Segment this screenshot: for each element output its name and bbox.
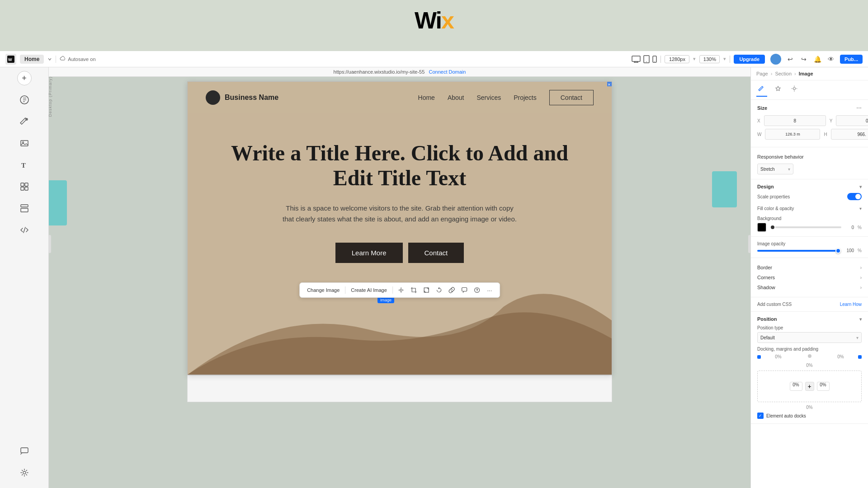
docking-right-dot: [858, 355, 862, 359]
position-chevron[interactable]: ▾: [859, 317, 862, 322]
add-element-button[interactable]: +: [17, 71, 32, 85]
notifications-icon[interactable]: 🔔: [813, 55, 822, 64]
toolbar-crop-icon[interactable]: [409, 286, 418, 295]
toolbar-center: 1280px ▾ 130% ▾ Upgrade: [632, 55, 765, 64]
w-label: W: [757, 132, 761, 137]
components-icon[interactable]: [14, 177, 34, 197]
wix-logo-small[interactable]: W: [5, 54, 16, 65]
scale-toggle[interactable]: [847, 193, 862, 200]
border-label: Border: [757, 265, 772, 270]
shadow-row[interactable]: Shadow ›: [757, 282, 862, 292]
change-image-button[interactable]: Change Image: [305, 286, 341, 294]
desktop-icon[interactable]: [632, 56, 641, 63]
zoom-percent[interactable]: 130%: [699, 55, 720, 63]
custom-css-label: Add custom CSS: [757, 302, 792, 307]
brand-logo[interactable]: [206, 90, 220, 105]
resize-handle-left[interactable]: [48, 235, 51, 253]
margin-left[interactable]: 0%: [790, 382, 802, 391]
text-icon[interactable]: T: [14, 155, 34, 175]
redo-icon[interactable]: ↪: [799, 55, 808, 64]
size-more[interactable]: ···: [856, 104, 862, 112]
svg-rect-18: [21, 183, 24, 186]
size-title: Size ···: [757, 104, 862, 112]
chat-icon[interactable]: [14, 441, 34, 461]
create-ai-image-button[interactable]: Create AI Image: [349, 286, 389, 294]
border-row[interactable]: Border ›: [757, 263, 862, 272]
responsive-select[interactable]: Stretch ▾: [757, 164, 793, 174]
upgrade-button[interactable]: Upgrade: [734, 55, 765, 64]
margin-add[interactable]: +: [805, 382, 814, 391]
custom-css-row: Add custom CSS Learn How: [757, 302, 862, 307]
bg-label: Background: [757, 216, 862, 221]
breadcrumb-page: Page: [756, 71, 768, 76]
bottom-section-inner: [188, 375, 612, 402]
y-label: Y: [830, 118, 833, 123]
undo-icon[interactable]: ↩: [786, 55, 795, 64]
nav-links: Home About Services Projects Contact: [418, 90, 594, 105]
tablet-icon[interactable]: [643, 55, 650, 63]
corner-icon: ✕: [603, 82, 612, 91]
opacity-handle[interactable]: [770, 225, 775, 230]
business-name[interactable]: Business Name: [225, 94, 278, 102]
toolbar-more-icon[interactable]: ···: [485, 286, 494, 295]
svg-point-29: [400, 289, 402, 291]
margin-right[interactable]: 0%: [817, 382, 830, 391]
w-input[interactable]: [765, 129, 820, 140]
border-chevron: ›: [860, 265, 862, 270]
mobile-icon[interactable]: [652, 56, 657, 63]
panel-tab-settings[interactable]: [789, 83, 800, 97]
svg-rect-21: [25, 187, 28, 190]
sections-icon[interactable]: [14, 198, 34, 218]
h-label: H: [824, 132, 827, 137]
image-opacity-value: 100: [844, 248, 854, 253]
fill-color-row[interactable]: Fill color & opacity ▾: [757, 204, 862, 213]
home-tab[interactable]: Home: [20, 55, 44, 64]
nav-home[interactable]: Home: [418, 94, 435, 101]
nav-projects[interactable]: Projects: [514, 94, 537, 101]
responsive-row[interactable]: Responsive behavior: [757, 152, 862, 162]
docking-left-dot: [757, 355, 761, 359]
resize-handle-right[interactable]: [748, 235, 751, 253]
user-avatar[interactable]: [770, 54, 781, 65]
docking-center-dot[interactable]: [808, 354, 811, 358]
learn-how-link[interactable]: Learn How: [840, 302, 862, 307]
nav-about[interactable]: About: [448, 94, 464, 101]
panel-tab-animate[interactable]: [773, 83, 783, 97]
wh-row: W H: [757, 129, 862, 140]
y-input[interactable]: [836, 115, 868, 126]
design-title: Design ▾: [757, 184, 862, 189]
hero-title[interactable]: Write a Title Here. Click to Add and Edi…: [224, 141, 576, 190]
nav-contact-button[interactable]: Contact: [549, 90, 594, 105]
toolbar-help-icon[interactable]: [472, 286, 481, 295]
fill-chevron: ▾: [859, 206, 862, 211]
corners-row[interactable]: Corners ›: [757, 272, 862, 282]
bg-color-swatch[interactable]: [757, 223, 766, 232]
image-opacity-handle[interactable]: [835, 248, 841, 253]
pages-icon[interactable]: [14, 90, 34, 110]
toolbar-settings-icon[interactable]: [396, 286, 406, 295]
bg-slider: [770, 226, 841, 228]
position-type-select[interactable]: Default ▾: [757, 332, 862, 343]
zoom-px[interactable]: 1280px: [665, 55, 689, 63]
panel-tab-design[interactable]: [756, 83, 767, 97]
toolbar-rotate-icon[interactable]: [434, 286, 443, 295]
dropdown-icon: [47, 57, 52, 61]
toolbar-resize-icon[interactable]: [422, 286, 431, 295]
toolbar-link-icon[interactable]: [447, 286, 456, 295]
cloud-icon: [60, 56, 66, 62]
x-input[interactable]: [764, 115, 826, 126]
auto-docks-checkbox[interactable]: ✓: [757, 413, 764, 419]
media-icon[interactable]: [14, 133, 34, 153]
settings-icon[interactable]: [14, 463, 34, 483]
code-icon[interactable]: [14, 220, 34, 240]
h-input[interactable]: [831, 129, 868, 140]
design-icon[interactable]: [14, 112, 34, 131]
preview-icon[interactable]: 👁: [826, 55, 835, 64]
publish-button[interactable]: Pub...: [840, 55, 863, 64]
toolbar-comment-icon[interactable]: [460, 286, 469, 295]
nav-services[interactable]: Services: [476, 94, 501, 101]
panel-tabs: [751, 80, 868, 100]
hero-subtitle[interactable]: This is a space to welcome visitors to t…: [282, 203, 517, 225]
design-chevron[interactable]: ▾: [859, 184, 862, 189]
connect-domain-link[interactable]: Connect Domain: [429, 69, 466, 75]
